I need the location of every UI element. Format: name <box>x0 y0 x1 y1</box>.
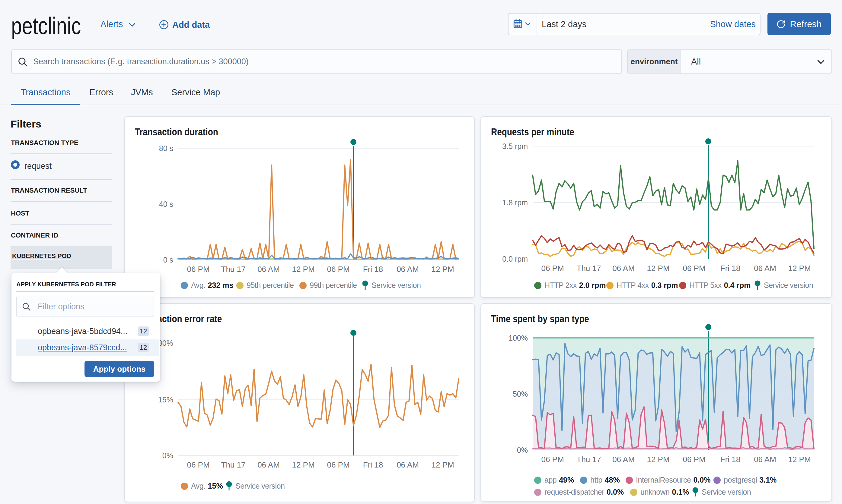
svg-text:50%: 50% <box>513 390 528 398</box>
svg-text:0 s: 0 s <box>163 256 173 264</box>
svg-text:3.5 rpm: 3.5 rpm <box>502 142 528 150</box>
svg-text:06 AM: 06 AM <box>612 455 635 464</box>
svg-text:0%: 0% <box>162 451 173 460</box>
svg-text:12 PM: 12 PM <box>647 264 669 273</box>
svg-text:06 AM: 06 AM <box>257 460 280 469</box>
svg-text:06 AM: 06 AM <box>754 264 776 273</box>
svg-text:100%: 100% <box>509 334 528 342</box>
svg-text:06 PM: 06 PM <box>541 455 564 464</box>
svg-text:0%: 0% <box>517 446 528 454</box>
svg-text:15%: 15% <box>158 395 173 404</box>
svg-text:06 PM: 06 PM <box>683 455 705 464</box>
svg-text:06 PM: 06 PM <box>327 460 349 469</box>
svg-text:Thu 17: Thu 17 <box>221 460 246 469</box>
svg-text:12 PM: 12 PM <box>788 264 811 273</box>
svg-text:Thu 17: Thu 17 <box>577 455 601 464</box>
svg-text:1.8 rpm: 1.8 rpm <box>502 198 528 207</box>
svg-text:Thu 17: Thu 17 <box>221 265 246 274</box>
svg-text:06 PM: 06 PM <box>187 265 209 274</box>
svg-text:12 PM: 12 PM <box>292 265 314 274</box>
svg-text:06 AM: 06 AM <box>612 264 635 273</box>
svg-text:06 AM: 06 AM <box>754 455 776 464</box>
svg-text:30%: 30% <box>158 339 173 347</box>
svg-text:Fri 18: Fri 18 <box>363 460 383 469</box>
svg-text:12 PM: 12 PM <box>647 455 669 464</box>
svg-text:06 AM: 06 AM <box>397 460 419 469</box>
svg-text:Fri 18: Fri 18 <box>363 265 383 274</box>
svg-text:06 PM: 06 PM <box>187 460 209 469</box>
svg-text:06 AM: 06 AM <box>397 265 419 274</box>
svg-text:80 s: 80 s <box>159 144 173 152</box>
svg-text:06 PM: 06 PM <box>541 264 564 273</box>
svg-text:12 PM: 12 PM <box>431 265 454 274</box>
svg-text:06 AM: 06 AM <box>257 265 280 274</box>
svg-text:40 s: 40 s <box>159 200 173 208</box>
svg-text:12 PM: 12 PM <box>431 460 454 469</box>
svg-text:06 PM: 06 PM <box>683 264 705 273</box>
svg-text:0.0 rpm: 0.0 rpm <box>502 255 528 263</box>
svg-text:Fri 18: Fri 18 <box>720 455 740 464</box>
svg-text:Thu 17: Thu 17 <box>577 264 601 273</box>
svg-text:Fri 18: Fri 18 <box>720 264 740 273</box>
svg-text:12 PM: 12 PM <box>292 460 314 469</box>
svg-text:12 PM: 12 PM <box>788 455 811 464</box>
svg-text:06 PM: 06 PM <box>327 265 349 274</box>
